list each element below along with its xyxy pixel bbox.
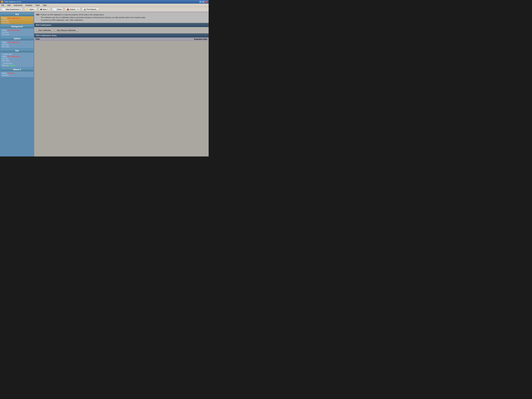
menu-bar: File Edit Instrument Analysis Tools Help xyxy=(0,4,209,7)
new-experiment-dropdown-arrow: ▼ xyxy=(20,9,21,10)
rnasep-lastrun-field: Last Run: xyxy=(2,74,32,76)
minimize-button[interactable]: – xyxy=(199,1,202,3)
dye-system-label: - System Dye - xyxy=(2,53,32,55)
sidebar-section-rnasep: RNase P Status: Not Run Last Run: xyxy=(1,68,34,77)
dye-lastrun-field: Last Run: xyxy=(2,57,32,59)
save-button[interactable]: ■ Save ▼ xyxy=(39,7,50,11)
roi-expdate-field: Exp. Date: xyxy=(2,21,32,23)
sidebar: ROI Status: Not Calibrated Last Run: Exp… xyxy=(0,12,34,157)
toolbar-separator-2 xyxy=(38,8,38,11)
print-icon: 🖨 xyxy=(84,8,86,11)
toolbar: 📄 New Experiment ▼ 📂 Open... ■ Save ▼ 📄 … xyxy=(0,7,209,12)
window-controls: – □ × xyxy=(199,1,208,3)
bg-expdate-field: Exp. Date: xyxy=(2,33,32,35)
optical-section-body: Status: Not Calibrated Last Run: Exp. Da… xyxy=(1,40,34,48)
roi-lastrun-field: Last Run: xyxy=(2,19,32,21)
save-dropdown-arrow: ▼ xyxy=(47,9,48,10)
rnasep-section-title: RNase P xyxy=(1,68,34,71)
close-button[interactable]: 📄 Close xyxy=(52,7,63,11)
menu-help[interactable]: Help xyxy=(42,4,47,6)
sidebar-section-dye: Dye - System Dye - Status: Not Calibrate… xyxy=(1,49,34,67)
title-bar: 7 7500 Software v2.0.6 – □ × xyxy=(0,0,209,4)
new-experiment-button[interactable]: 📄 New Experiment ▼ xyxy=(1,7,23,11)
main-container: ROI Status: Not Calibrated Last Run: Exp… xyxy=(0,12,209,157)
menu-tools[interactable]: Tools xyxy=(35,4,40,6)
optical-section-title: Optical xyxy=(1,37,34,40)
print-report-button[interactable]: 🖨 Print Report... xyxy=(82,7,99,11)
close-window-button[interactable]: × xyxy=(205,1,208,3)
rnasep-status-field: Status: Not Run xyxy=(2,72,32,74)
export-button[interactable]: 📤 Export... ▼ xyxy=(65,7,80,11)
dye-section-body: - System Dye - Status: Not Calibrated La… xyxy=(1,52,34,67)
close-icon: 📄 xyxy=(53,8,56,11)
menu-file[interactable]: File xyxy=(1,4,5,6)
new-experiment-icon: 📄 xyxy=(2,8,5,11)
background-section-title: Background xyxy=(1,25,34,28)
bg-status-field: Status: Not Calibrated xyxy=(2,29,32,31)
bg-lastrun-field: Last Run: xyxy=(2,31,32,33)
save-icon: ■ xyxy=(40,8,42,11)
sidebar-section-background: Background Status: Not Calibrated Last R… xyxy=(1,25,34,36)
open-button[interactable]: 📂 Open... xyxy=(25,7,37,11)
roi-section-title: ROI xyxy=(1,13,34,16)
roi-status-field: Status: Not Calibrated xyxy=(2,17,32,19)
sidebar-section-optical: Optical Status: Not Calibrated Last Run:… xyxy=(1,37,34,48)
background-section-body: Status: Not Calibrated Last Run: Exp. Da… xyxy=(1,28,34,36)
dye-expdate-field: Exp. Date: xyxy=(2,60,32,62)
app-icon: 7 xyxy=(1,1,3,3)
toolbar-separator-3 xyxy=(51,8,51,11)
opt-expdate-field: Exp. Date: xyxy=(2,45,32,47)
opt-lastrun-field: Last Run: xyxy=(2,43,32,45)
modal-overlay: Function Test × Test Pass/Fail Descripti… xyxy=(34,12,209,157)
menu-instrument[interactable]: Instrument xyxy=(13,4,23,6)
dye-status-field: Status: Not Calibrated xyxy=(2,55,32,57)
rnasep-section-body: Status: Not Run Last Run: xyxy=(1,71,34,77)
dye-custom-status-field: Status 0 Current xyxy=(2,64,32,66)
menu-edit[interactable]: Edit xyxy=(7,4,11,6)
export-dropdown-arrow: ▼ xyxy=(77,9,79,10)
dye-custom-label: - Custom Dye - xyxy=(2,62,32,64)
app-title: 7500 Software v2.0.6 xyxy=(4,1,21,3)
content-area: ROI Perform an ROI calibration to map th… xyxy=(34,12,209,157)
open-icon: 📂 xyxy=(26,8,29,11)
opt-status-field: Status: Not Calibrated xyxy=(2,41,32,43)
menu-analysis[interactable]: Analysis xyxy=(25,4,33,6)
export-icon: 📤 xyxy=(66,8,69,11)
maximize-button[interactable]: □ xyxy=(202,1,205,3)
dye-section-title: Dye xyxy=(1,49,34,52)
sidebar-section-roi: ROI Status: Not Calibrated Last Run: Exp… xyxy=(1,13,34,24)
roi-section-body: Status: Not Calibrated Last Run: Exp. Da… xyxy=(1,16,34,24)
